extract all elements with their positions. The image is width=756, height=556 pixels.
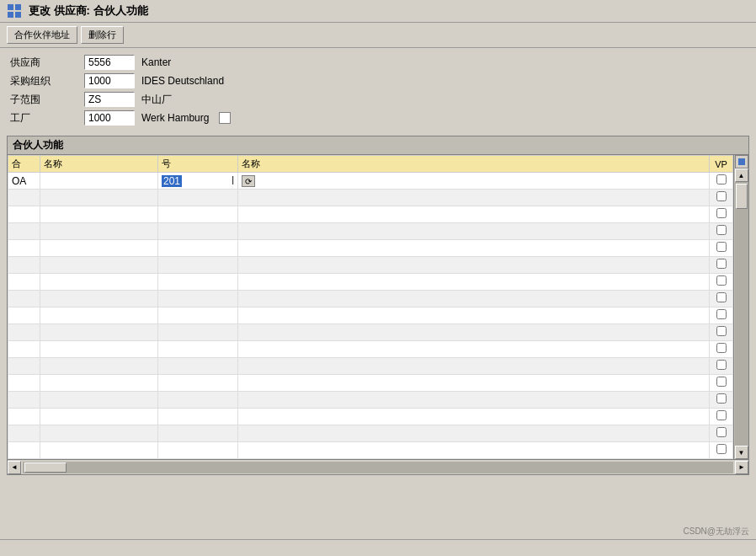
vp-checkbox[interactable] (716, 360, 727, 370)
cell-num[interactable]: 201 | (158, 173, 238, 190)
vp-checkbox[interactable] (716, 410, 727, 420)
table-row (8, 240, 733, 257)
table-row (8, 257, 733, 274)
table-row (8, 324, 733, 341)
toolbar: 合作伙伴地址 删除行 (0, 23, 756, 48)
scroll-thumb[interactable] (736, 184, 748, 209)
table-row (8, 206, 733, 223)
table-row: OA 201 | ⟳ (8, 173, 733, 190)
svg-rect-3 (8, 12, 13, 18)
table-section: 合 名称 号 名称 VP OA 201 (7, 154, 749, 475)
cell-name1 (40, 173, 158, 190)
vp-checkbox[interactable] (716, 259, 727, 269)
plant-desc: Werk Hamburg (141, 112, 209, 124)
col-header-name2: 名称 (238, 156, 710, 173)
purchase-org-desc: IDES Deutschland (141, 75, 224, 87)
table-row (8, 291, 733, 307)
col-header-func: 合 (8, 156, 40, 173)
cell-vp[interactable] (710, 173, 733, 190)
svg-rect-8 (738, 162, 742, 165)
section-header: 合伙人功能 (7, 136, 749, 154)
vp-checkbox[interactable] (716, 377, 727, 387)
vp-checkbox[interactable] (716, 275, 727, 286)
delete-row-label: 删除行 (88, 29, 116, 41)
lookup-icon[interactable]: ⟳ (242, 175, 255, 187)
table-row (8, 425, 733, 442)
table-header-row: 合 名称 号 名称 VP (8, 156, 733, 173)
col-header-name1: 名称 (40, 156, 158, 173)
table-row (8, 341, 733, 358)
vp-checkbox[interactable] (716, 393, 727, 404)
scroll-up-button[interactable]: ▲ (735, 168, 748, 182)
table-row (8, 392, 733, 409)
vp-checkbox[interactable] (716, 242, 727, 252)
vp-checkbox[interactable] (716, 309, 727, 319)
svg-rect-4 (15, 12, 21, 18)
plant-checkbox[interactable] (219, 112, 231, 124)
table-row (8, 442, 733, 459)
svg-rect-1 (8, 4, 13, 10)
page-title: 更改 供应商: 合伙人功能 (29, 3, 148, 19)
table-row (8, 375, 733, 392)
vp-checkbox[interactable] (716, 427, 727, 437)
partner-address-button[interactable]: 合作伙伴地址 (7, 26, 77, 44)
section-title: 合伙人功能 (13, 138, 63, 152)
cell-func: OA (8, 173, 40, 190)
table-main-area: 合 名称 号 名称 VP OA 201 (8, 155, 733, 459)
vp-checkbox[interactable] (716, 174, 727, 184)
svg-rect-2 (15, 4, 21, 10)
vendor-value: 5556 (84, 55, 135, 70)
scroll-down-button[interactable]: ▼ (735, 446, 748, 459)
vp-checkbox[interactable] (716, 326, 727, 336)
plant-value: 1000 (84, 110, 135, 126)
vendor-desc: Kanter (141, 56, 171, 68)
form-row-subrange: 子范围 ZS 中山厂 (10, 92, 746, 107)
form-row-purchase-org: 采购组织 1000 IDES Deutschland (10, 73, 746, 88)
horizontal-scrollbar: ◄ ► (8, 459, 748, 474)
col-header-num: 号 (158, 156, 238, 173)
svg-rect-6 (738, 158, 742, 162)
form-row-vendor: 供应商 5556 Kanter (10, 55, 746, 70)
delete-row-button[interactable]: 删除行 (81, 26, 124, 44)
scroll-right-button[interactable]: ► (735, 461, 748, 474)
table-row (8, 274, 733, 291)
form-row-plant: 工厂 1000 Werk Hamburg (10, 110, 746, 126)
scroll-left-button[interactable]: ◄ (8, 461, 21, 474)
subrange-label: 子范围 (10, 93, 77, 107)
h-scroll-track (23, 462, 733, 473)
purchase-org-label: 采购组织 (10, 74, 77, 88)
h-scroll-thumb[interactable] (24, 462, 67, 473)
vp-checkbox[interactable] (716, 225, 727, 235)
vp-checkbox[interactable] (716, 343, 727, 353)
subrange-desc: 中山厂 (141, 93, 172, 107)
svg-rect-9 (742, 162, 745, 165)
svg-rect-7 (742, 158, 745, 162)
table-row (8, 190, 733, 206)
table-with-scroll: 合 名称 号 名称 VP OA 201 (8, 155, 748, 459)
vp-checkbox[interactable] (716, 292, 727, 302)
partner-address-label: 合作伙伴地址 (14, 29, 70, 41)
status-bar (0, 539, 756, 556)
title-bar: 更改 供应商: 合伙人功能 (0, 0, 756, 23)
plant-label: 工厂 (10, 111, 77, 126)
scroll-track (735, 182, 748, 446)
scroll-icon-top[interactable] (735, 155, 748, 168)
form-area: 供应商 5556 Kanter 采购组织 1000 IDES Deutschla… (0, 48, 756, 136)
vendor-label: 供应商 (10, 56, 77, 70)
vp-checkbox[interactable] (716, 444, 727, 454)
vp-checkbox[interactable] (716, 191, 727, 201)
partner-function-table: 合 名称 号 名称 VP OA 201 (8, 155, 733, 459)
table-row (8, 307, 733, 324)
cell-name2: ⟳ (238, 173, 710, 190)
watermark: CSDN@无劫浮云 (684, 526, 750, 537)
vertical-scrollbar: ▲ ▼ (733, 155, 748, 459)
col-header-vp: VP (710, 156, 733, 173)
table-row (8, 223, 733, 240)
purchase-org-value: 1000 (84, 73, 135, 88)
subrange-value: ZS (84, 92, 135, 107)
table-row (8, 358, 733, 375)
table-row (8, 409, 733, 425)
vp-checkbox[interactable] (716, 208, 727, 218)
app-icon (7, 3, 22, 19)
